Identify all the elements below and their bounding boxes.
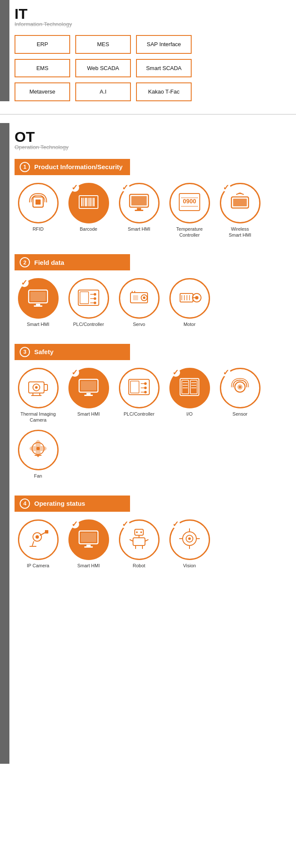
icon-circle: ✓ bbox=[169, 368, 210, 408]
icon-label: Wireless Smart HMI bbox=[229, 226, 252, 238]
svg-line-89 bbox=[32, 541, 34, 546]
svg-point-86 bbox=[36, 535, 39, 539]
icon-circle bbox=[119, 278, 160, 319]
icon-label: PLC/Controller bbox=[73, 321, 104, 327]
svg-point-26 bbox=[94, 293, 96, 296]
icon-item: RFID bbox=[15, 183, 62, 238]
icon-label: Motor bbox=[184, 321, 195, 327]
svg-rect-22 bbox=[36, 304, 40, 305]
icon-circle bbox=[119, 368, 160, 408]
icon-item: ✓ Smart HMI bbox=[65, 519, 112, 569]
category-bar-2: 2Field data bbox=[15, 254, 130, 270]
icon-label: Temperature Controller bbox=[166, 226, 213, 238]
it-button-sap-interface[interactable]: SAP Interface bbox=[136, 35, 192, 54]
category-num-3: 3 bbox=[20, 347, 30, 357]
checkmark-icon: ✓ bbox=[121, 520, 130, 528]
svg-line-101 bbox=[145, 540, 148, 541]
icon-circle bbox=[18, 368, 59, 408]
icon-svg-wrapper bbox=[25, 526, 51, 553]
icon-item: ✓ Smart HMI bbox=[65, 368, 112, 423]
it-button-web-scada[interactable]: Web SCADA bbox=[75, 59, 131, 78]
category-label-4: Operating status bbox=[34, 500, 85, 507]
category-bar-1: 1Product Information/Security bbox=[15, 159, 130, 175]
category-label-2: Field data bbox=[34, 259, 64, 266]
svg-rect-19 bbox=[233, 199, 247, 206]
it-button-metaverse[interactable]: Metaverse bbox=[15, 82, 70, 101]
svg-point-97 bbox=[140, 531, 142, 533]
svg-rect-33 bbox=[133, 295, 138, 300]
icon-item: PLC/Controller bbox=[65, 278, 112, 327]
svg-text:0900: 0900 bbox=[183, 198, 196, 205]
icon-circle: ✓ bbox=[169, 519, 210, 560]
icon-svg-wrapper bbox=[227, 189, 253, 217]
it-button-mes[interactable]: MES bbox=[75, 35, 131, 54]
category-bar-4: 4Operating status bbox=[15, 496, 130, 512]
it-left-strip bbox=[0, 0, 9, 101]
it-button-kakao-t-fac[interactable]: Kakao T-Fac bbox=[136, 82, 192, 101]
svg-rect-25 bbox=[80, 292, 89, 304]
svg-rect-11 bbox=[131, 196, 147, 205]
checkmark-icon: ✓ bbox=[20, 279, 29, 287]
category-section-1: 1Product Information/Security RFID✓ Barc… bbox=[15, 159, 292, 242]
it-button-erp[interactable]: ERP bbox=[15, 35, 70, 54]
icon-svg-wrapper bbox=[126, 285, 152, 312]
svg-point-27 bbox=[94, 297, 96, 300]
svg-rect-67 bbox=[190, 380, 197, 394]
it-button-a.i[interactable]: A.I bbox=[75, 82, 131, 101]
svg-rect-12 bbox=[137, 208, 141, 210]
icon-label: Vision bbox=[183, 563, 196, 569]
icon-svg-wrapper bbox=[25, 374, 51, 402]
icon-item: IP Camera bbox=[15, 519, 62, 569]
icon-item: 0900 Temperature Controller bbox=[166, 183, 213, 238]
icon-svg-wrapper bbox=[177, 374, 202, 402]
svg-rect-66 bbox=[182, 380, 189, 394]
icon-item: ✓ Smart HMI bbox=[15, 278, 62, 327]
svg-line-100 bbox=[130, 540, 133, 541]
icon-circle: ✓ bbox=[119, 519, 160, 560]
it-button-grid: ERPMESSAP InterfaceEMSWeb SCADASmart SCA… bbox=[15, 35, 292, 101]
icon-circle bbox=[169, 278, 210, 319]
icon-circle: 0900 bbox=[169, 183, 210, 223]
svg-rect-6 bbox=[88, 198, 89, 206]
icon-item: Fan bbox=[15, 430, 62, 479]
checkmark-icon: ✓ bbox=[71, 520, 79, 528]
ot-subtitle: Operation Technology bbox=[15, 144, 292, 150]
it-button-ems[interactable]: EMS bbox=[15, 59, 70, 78]
svg-rect-8 bbox=[92, 198, 92, 206]
icon-label: Fan bbox=[34, 473, 42, 479]
icon-item: Thermal Imaging Camera bbox=[15, 368, 62, 423]
category-label-1: Product Information/Security bbox=[34, 163, 123, 170]
icon-grid-3: Thermal Imaging Camera✓ Smart HMI PLC/Co… bbox=[15, 368, 292, 483]
category-num-2: 2 bbox=[20, 257, 30, 267]
icon-svg-wrapper bbox=[76, 526, 101, 553]
svg-rect-9 bbox=[93, 198, 95, 206]
icon-item: ✓ Wireless Smart HMI bbox=[216, 183, 263, 238]
svg-point-76 bbox=[239, 386, 241, 388]
svg-rect-3 bbox=[81, 198, 83, 206]
svg-rect-21 bbox=[30, 292, 46, 301]
it-button-smart-scada[interactable]: Smart SCADA bbox=[136, 59, 192, 78]
it-subtitle: Information Technology bbox=[15, 21, 292, 27]
category-num-4: 4 bbox=[20, 499, 30, 509]
icon-item: PLC/Controller bbox=[115, 368, 163, 423]
svg-rect-4 bbox=[83, 198, 84, 206]
ot-categories: 1Product Information/Security RFID✓ Barc… bbox=[15, 159, 292, 572]
icon-svg-wrapper bbox=[25, 285, 51, 312]
icon-svg-wrapper bbox=[126, 526, 152, 553]
icon-circle: ✓ bbox=[68, 368, 109, 408]
svg-rect-5 bbox=[85, 198, 87, 206]
svg-rect-88 bbox=[45, 530, 48, 534]
svg-rect-92 bbox=[81, 533, 96, 542]
icon-grid-4: IP Camera✓ Smart HMI✓ Robot✓ Vision bbox=[15, 519, 292, 572]
svg-point-61 bbox=[144, 391, 147, 393]
icon-item: ✓ Smart HMI bbox=[115, 183, 163, 238]
ot-letter: OT bbox=[15, 129, 292, 144]
icon-circle bbox=[68, 278, 109, 319]
svg-rect-99 bbox=[133, 538, 145, 545]
category-num-1: 1 bbox=[20, 162, 30, 172]
svg-point-35 bbox=[143, 296, 145, 299]
it-header: IT Information Technology bbox=[15, 6, 292, 27]
icon-label: RFID bbox=[33, 226, 44, 232]
icon-svg-wrapper bbox=[177, 285, 202, 312]
icon-label: I/O bbox=[186, 411, 193, 417]
